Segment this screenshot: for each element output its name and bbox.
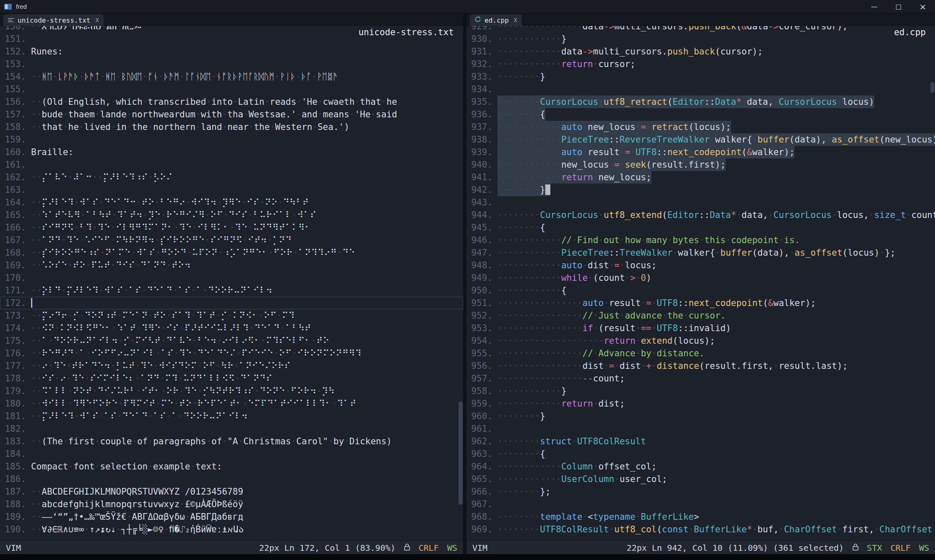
editor-line[interactable]: 158.··that·he·lived·in·the·northern·land…: [0, 121, 463, 133]
editor-line[interactable]: 949.············while·(count·>·0): [466, 272, 935, 284]
line-number[interactable]: 932.: [469, 58, 492, 70]
editor-line[interactable]: 945.········{: [466, 221, 935, 234]
editor-line[interactable]: 170.: [0, 272, 463, 284]
editor-line[interactable]: 931.············data->multi_cursors.push…: [466, 45, 935, 58]
editor-line[interactable]: 940.············new_locus·=·seek(result.…: [466, 158, 935, 171]
editor-line[interactable]: 965.············UserColumn·user_col;: [466, 473, 935, 485]
editor-line[interactable]: 166.··⠎⠊⠛⠝⠫·⠃⠹·⠹⠑·⠊⠇⠻⠛⠹⠍⠁⠝⠂·⠹⠑·⠊⠇⠻⠅⠂·⠹⠑·…: [0, 221, 463, 234]
line-number[interactable]: 154.: [3, 70, 26, 83]
editor-line[interactable]: 188.··abcdefghijklmnopqrstuvwxyz·£©µÀÆÖÞ…: [0, 498, 463, 511]
line-number[interactable]: 186.: [3, 473, 26, 485]
editor-line[interactable]: 955.················//·Advance·by·distan…: [466, 347, 935, 360]
editor-line[interactable]: 935.········CursorLocus·utf8_retract(Edi…: [466, 96, 935, 108]
editor-line[interactable]: 954.····················return·extend(lo…: [466, 334, 935, 347]
line-number[interactable]: 162.: [3, 171, 26, 184]
line-number[interactable]: 969.: [469, 523, 492, 536]
editor-line[interactable]: 186.: [0, 473, 463, 485]
line-number[interactable]: 933.: [469, 70, 492, 83]
maximize-button[interactable]: □: [886, 0, 911, 13]
line-number[interactable]: 153.: [3, 58, 26, 70]
line-number[interactable]: 959.: [469, 397, 492, 410]
editor-line[interactable]: 180.··⠺⠊⠇⠇·⠹⠻⠑⠋⠕⠗⠑·⠏⠻⠍⠊⠞·⠍⠑·⠞⠕·⠗⠑⠏⠑⠁⠞⠂·⠑…: [0, 397, 463, 410]
line-number[interactable]: 165.: [3, 209, 26, 221]
line-number[interactable]: 934.: [469, 83, 492, 96]
scrollbar-thumb[interactable]: [458, 402, 463, 505]
editor-line[interactable]: 956.················dist·=·dist·+·distan…: [466, 360, 935, 372]
line-number[interactable]: 155.: [3, 83, 26, 96]
line-number[interactable]: 953.: [469, 322, 492, 334]
editor-line[interactable]: 172.: [0, 297, 463, 309]
editor-line[interactable]: 947.············PieceTree::TreeWalker·wa…: [466, 246, 935, 259]
line-number[interactable]: 189.: [3, 511, 26, 523]
editor-line[interactable]: 939.············auto·result·=·UTF8::next…: [466, 146, 935, 158]
line-number[interactable]: 166.: [3, 221, 26, 234]
editor-line[interactable]: 173.··⡍⠔⠙⠖·⡊·⠙⠕⠝⠰⠞·⠍⠑⠁⠝·⠞⠕·⠎⠁⠹·⠹⠁⠞·⡊·⠅⠝⠪…: [0, 309, 463, 322]
editor-line[interactable]: 181.··⡍⠜⠇⠑⠹·⠺⠁⠎·⠁⠎·⠙⠑⠁⠙·⠁⠎·⠁·⠙⠕⠕⠗⠤⠝⠁⠊⠇⠲: [0, 410, 463, 423]
editor-line[interactable]: 163.: [0, 184, 463, 196]
editor-line[interactable]: 187.··ABCDEFGHIJKLMNOPQRSTUVWXYZ·/012345…: [0, 485, 463, 498]
line-number[interactable]: 961.: [469, 423, 492, 435]
editor-line[interactable]: 963.········{: [466, 448, 935, 460]
editor-line[interactable]: 937.············auto·new_locus·=·retract…: [466, 121, 935, 133]
tab-ed-cpp[interactable]: ed.cpp X: [470, 14, 522, 26]
tab-unicode-stress[interactable]: unicode-stress.txt X: [3, 14, 104, 26]
line-number[interactable]: 943.: [469, 196, 492, 209]
line-number[interactable]: 937.: [469, 121, 492, 133]
editor-line[interactable]: 960.········}: [466, 410, 935, 423]
line-number[interactable]: 930.: [469, 33, 492, 45]
editor-line[interactable]: 155.: [0, 83, 463, 96]
line-number[interactable]: 964.: [469, 460, 492, 473]
line-number[interactable]: 179.: [3, 385, 26, 397]
editor-line[interactable]: 185.Compact·font·selection·example·text:: [0, 460, 463, 473]
tab-close-icon[interactable]: X: [514, 17, 517, 23]
editor-line[interactable]: 159.: [0, 133, 463, 146]
line-number[interactable]: 175.: [3, 334, 26, 347]
editor-line[interactable]: 156.··(Old·English,·which·transcribed·in…: [0, 96, 463, 108]
editor-line[interactable]: 175.··⠁·⠙⠕⠕⠗⠤⠝⠁⠊⠇⠲·⡊·⠍⠊⠣⠞·⠙⠁⠧⠑·⠃⠑⠲·⠔⠊⠇⠔⠫…: [0, 334, 463, 347]
line-number[interactable]: 182.: [3, 423, 26, 435]
line-number[interactable]: 150.: [3, 26, 26, 33]
editor-line[interactable]: 961.: [466, 423, 935, 435]
editor-line[interactable]: 184.: [0, 448, 463, 460]
editor-line[interactable]: 936.········{: [466, 108, 935, 121]
editor-line[interactable]: 938.············PieceTree::ReverseTreeWa…: [466, 133, 935, 146]
editor-line[interactable]: 165.··⠱⠁⠞⠑⠧⠻·⠁⠃⠳⠞·⠹⠁⠞⠲·⡹⠑·⠗⠑⠛⠊⠌⠻·⠕⠋·⠙⠊⠎·…: [0, 209, 463, 221]
line-number[interactable]: 156.: [3, 96, 26, 108]
line-number[interactable]: 955.: [469, 347, 492, 360]
line-number[interactable]: 159.: [3, 133, 26, 146]
line-number[interactable]: 960.: [469, 410, 492, 423]
line-number[interactable]: 931.: [469, 45, 492, 58]
line-number[interactable]: 947.: [469, 246, 492, 259]
line-number[interactable]: 952.: [469, 309, 492, 322]
editor-line[interactable]: 182.: [0, 423, 463, 435]
editor-line[interactable]: 171.··⡕⠇⠙·⡍⠜⠇⠑⠹·⠺⠁⠎·⠁⠎·⠙⠑⠁⠙·⠁⠎·⠁·⠙⠕⠕⠗⠤⠝⠁…: [0, 284, 463, 297]
editor-line[interactable]: 164.··⡍⠜⠇⠑⠹·⠺⠁⠎·⠙⠑⠁⠙⠒·⠞⠕·⠃⠑⠛⠔·⠺⠊⠹⠲·⡹⠻⠑·⠊…: [0, 196, 463, 209]
line-number[interactable]: 936.: [469, 108, 492, 121]
line-number[interactable]: 968.: [469, 511, 492, 523]
line-number[interactable]: 940.: [469, 158, 492, 171]
editor-line[interactable]: 942.········}: [466, 184, 935, 196]
line-number[interactable]: 190.: [3, 523, 26, 536]
line-number[interactable]: 958.: [469, 385, 492, 397]
line-number[interactable]: 941.: [469, 171, 492, 184]
editor-line[interactable]: 934.: [466, 83, 935, 96]
line-number[interactable]: 164.: [3, 196, 26, 209]
pane-divider[interactable]: [463, 13, 466, 554]
line-number[interactable]: 180.: [3, 397, 26, 410]
line-number[interactable]: 967.: [469, 498, 492, 511]
line-number[interactable]: 956.: [469, 360, 492, 372]
editor-line[interactable]: 167.··⠁⠝⠙·⠹⠑·⠡⠊⠑⠋·⠍⠳⠗⠝⠻⠲·⡎⠊⠗⠕⠕⠛⠑·⠎⠊⠛⠝⠫·⠊…: [0, 234, 463, 246]
editor-line[interactable]: 174.··⠪⠝·⠅⠝⠪⠇⠫⠛⠑⠂·⠱⠁⠞·⠹⠻⠑·⠊⠎·⠏⠜⠞⠊⠊⠥⠇⠜⠇⠹·…: [0, 322, 463, 334]
line-number[interactable]: 172.: [3, 297, 26, 309]
editor-line[interactable]: 959.············return·dist;: [466, 397, 935, 410]
line-number[interactable]: 965.: [469, 473, 492, 485]
editor-line[interactable]: 190.··∀∂∈ℝ∧∪≡∞·↑↗↨↻⇣·┐┼╔╘░►☺♀·ﬁ�⑀₂ἠḂӥẄɐː…: [0, 523, 463, 536]
editor-line[interactable]: 162.··⡌⠁⠧⠑·⠼⠁⠒··⡍⠜⠇⠑⠹⠰⠎·⡣⠕⠌: [0, 171, 463, 184]
editor-line[interactable]: 189.··–—‘“”„†•…‰™œŠŸž€·ΑΒΓΔΩαβγδω·АБВГДа…: [0, 511, 463, 523]
line-number[interactable]: 177.: [3, 360, 26, 372]
tab-close-icon[interactable]: X: [95, 17, 99, 23]
line-number[interactable]: 966.: [469, 485, 492, 498]
line-number[interactable]: 160.: [3, 146, 26, 158]
line-number[interactable]: 183.: [3, 435, 26, 448]
line-number[interactable]: 939.: [469, 146, 492, 158]
